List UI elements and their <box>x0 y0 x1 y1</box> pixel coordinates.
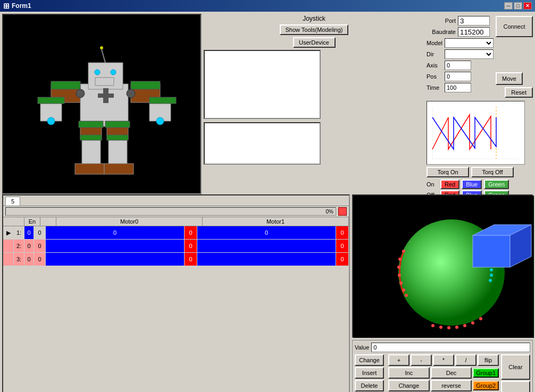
svg-rect-3 <box>51 81 80 89</box>
connect-button[interactable]: Connect <box>496 16 533 37</box>
svg-rect-52 <box>473 235 510 267</box>
close-button[interactable]: ✕ <box>523 2 532 10</box>
port-row: Port <box>427 16 494 25</box>
flip-button[interactable]: flip <box>478 354 499 366</box>
svg-point-24 <box>127 89 135 98</box>
joystick-label: Joystick <box>303 15 325 22</box>
col-header-motor0: Motor0 <box>56 217 203 226</box>
axis-input[interactable] <box>445 61 471 70</box>
on-green-button[interactable]: Green <box>484 180 509 189</box>
tab-bar: 5 <box>3 195 349 206</box>
dir-select[interactable] <box>445 49 494 59</box>
svg-point-41 <box>399 282 403 285</box>
tab-5[interactable]: 5 <box>5 197 20 206</box>
svg-point-49 <box>490 268 493 271</box>
joystick-panel: Joystick Show Tools(Modeling) UserDevice <box>204 14 424 48</box>
time-label: Time <box>427 84 442 91</box>
pos-row: Pos <box>427 72 494 81</box>
title-bar: ⊞ Form1 ─ □ ✕ <box>0 0 535 12</box>
row-arrow-3 <box>3 253 14 266</box>
row-en2-3: 0 <box>34 253 46 266</box>
model-select[interactable] <box>445 38 494 48</box>
graph-area <box>427 101 525 165</box>
svg-point-37 <box>402 250 405 253</box>
grid-row-3[interactable]: 3: 0 0 0 0 <box>3 253 349 266</box>
svg-rect-11 <box>79 121 103 127</box>
grid-header: En Motor0 Motor1 <box>3 217 349 226</box>
svg-point-21 <box>95 70 100 75</box>
action-change-button[interactable]: Change <box>355 354 384 366</box>
axis-row: Axis <box>427 61 494 70</box>
reset-button[interactable]: Reset <box>505 87 533 98</box>
row-en2-1: 0 <box>34 226 46 239</box>
port-label: Port <box>427 18 456 24</box>
pos-input[interactable] <box>445 72 471 81</box>
svg-point-51 <box>489 279 492 282</box>
row-m1-3 <box>197 253 336 266</box>
dec-button[interactable]: Dec <box>431 367 472 379</box>
baudrate-label: Baudrate <box>427 29 456 35</box>
on-label: On <box>427 181 438 188</box>
value-input[interactable] <box>371 343 530 352</box>
group2-button[interactable]: Group2 <box>473 381 499 390</box>
grid-spacer <box>3 266 349 392</box>
svg-point-39 <box>397 266 400 269</box>
dir-label: Dir <box>427 51 442 57</box>
row-m0-3 <box>46 253 185 266</box>
grid-row-2[interactable]: 2: 0 0 0 0 <box>3 240 349 253</box>
title-text: Form1 <box>12 2 31 10</box>
divide-button[interactable]: / <box>455 354 477 366</box>
robot-view <box>2 14 202 194</box>
port-input[interactable] <box>458 16 490 25</box>
minus-button[interactable]: - <box>411 354 432 366</box>
maximize-button[interactable]: □ <box>514 2 522 10</box>
robot-svg <box>3 15 202 193</box>
show-tools-button[interactable]: Show Tools(Modeling) <box>280 24 348 35</box>
time-input[interactable] <box>445 83 471 92</box>
reverse-button[interactable]: reverse <box>431 380 472 391</box>
svg-point-38 <box>398 258 402 261</box>
calc-row-2: Inc Dec Group1 <box>388 367 499 379</box>
change-button[interactable]: Change <box>388 380 430 391</box>
progress-text: 0% <box>326 208 333 216</box>
action-insert-button[interactable]: Insert <box>355 367 384 379</box>
user-device-area-2 <box>204 122 321 165</box>
inc-button[interactable]: Inc <box>388 367 430 379</box>
time-row: Time <box>427 83 494 92</box>
plus-button[interactable]: + <box>388 354 409 366</box>
col-header-en2 <box>40 217 56 226</box>
on-red-button[interactable]: Red <box>440 180 459 189</box>
calc-body: Change Insert Delete Clear + - * / flip <box>355 354 530 392</box>
on-blue-button[interactable]: Blue <box>462 180 482 189</box>
svg-rect-17 <box>107 135 128 140</box>
col-header-motor1: Motor1 <box>203 217 349 226</box>
svg-point-40 <box>398 274 401 277</box>
move-button[interactable]: Move <box>496 72 523 85</box>
svg-rect-15 <box>80 135 102 140</box>
svg-point-26 <box>156 117 164 125</box>
multiply-button[interactable]: * <box>433 354 454 366</box>
minimize-button[interactable]: ─ <box>504 2 513 10</box>
clear-big-button[interactable]: Clear <box>501 354 530 380</box>
remove-group-button[interactable]: Remove Group <box>501 381 530 392</box>
grid-row-1[interactable]: ▶ 1: 0 0 0 0 0 0 <box>3 226 349 240</box>
torq-on-button[interactable]: Torq On <box>427 167 469 177</box>
svg-point-58 <box>455 326 458 329</box>
row-en2-2: 0 <box>34 240 46 252</box>
svg-point-59 <box>463 324 466 327</box>
row-id-2: 2: <box>14 240 24 252</box>
row-arrow-2 <box>3 240 14 252</box>
action-delete-button[interactable]: Delete <box>355 380 384 391</box>
baudrate-input[interactable] <box>458 27 490 37</box>
torq-off-button[interactable]: Torq Off <box>471 167 514 177</box>
user-device-button[interactable]: UserDevice <box>293 37 336 48</box>
group1-button[interactable]: Group1 <box>473 368 499 378</box>
svg-rect-20 <box>95 78 114 86</box>
title-bar-buttons: ─ □ ✕ <box>504 2 532 10</box>
row-m0-2 <box>46 240 185 252</box>
graph-svg <box>427 101 524 164</box>
on-row: On Red Blue Green <box>427 180 533 189</box>
sphere-svg <box>353 195 534 338</box>
bottom-section: 5 0% En Motor0 Motor1 ▶ 1: <box>2 194 533 392</box>
pos-label: Pos <box>427 73 442 80</box>
